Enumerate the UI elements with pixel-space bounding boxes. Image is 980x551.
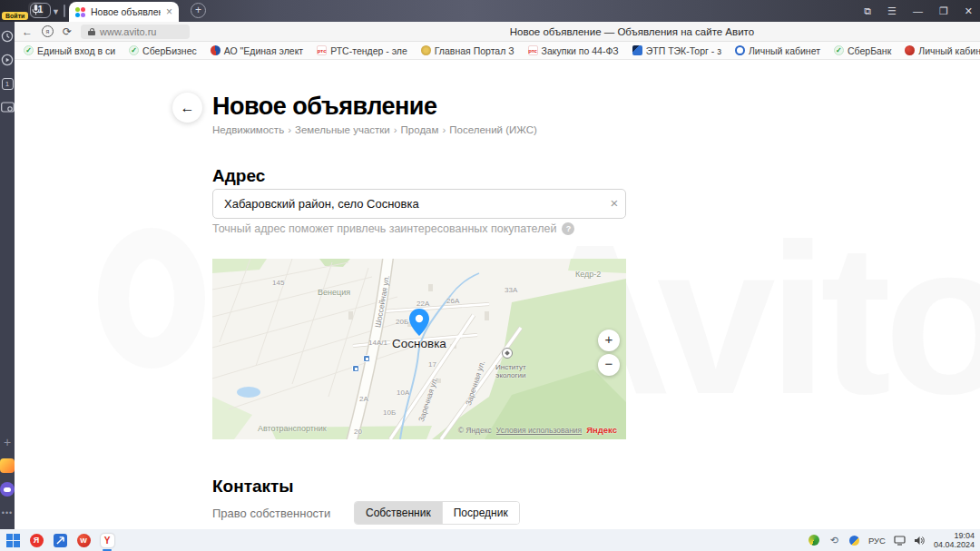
speaker-icon[interactable] (914, 535, 926, 546)
site-icon (735, 45, 745, 55)
map-zoom-in-button[interactable]: + (598, 330, 620, 351)
tray-sber-icon[interactable] (808, 535, 820, 546)
map-label: 26А (446, 297, 459, 305)
maximize-button[interactable]: ❐ (939, 5, 948, 17)
bookmarks-bar: ✓Единый вход в си ✓СберБизнес АО "Единая… (15, 42, 980, 60)
check-icon: ✓ (834, 45, 844, 55)
bookmark-item[interactable]: ртсРТС-тендер - эле (317, 45, 407, 56)
yandex-mail-icon[interactable] (0, 458, 15, 473)
start-button[interactable] (5, 533, 20, 547)
yandex-app-icon[interactable]: Я (29, 533, 44, 547)
window-controls: ⧉ ☰ — ❐ ✕ (864, 0, 973, 22)
watermark-ring (98, 228, 205, 369)
sidebar-add-icon[interactable]: + (0, 435, 15, 449)
back-icon[interactable]: ← (22, 25, 33, 38)
login-badge[interactable]: Войти (2, 12, 28, 20)
bus-stop-icon (363, 355, 370, 362)
map-label: 10А (397, 389, 409, 397)
taskbar-clock[interactable]: 19:04 04.04.2024 (934, 531, 975, 550)
minimize-button[interactable]: — (913, 5, 923, 16)
help-icon[interactable]: ? (562, 222, 574, 235)
tab-separator (64, 5, 65, 17)
history-icon[interactable] (0, 29, 15, 44)
site-icon (211, 45, 220, 55)
site-icon (632, 45, 642, 55)
profile-icon[interactable]: я (42, 25, 54, 37)
windows-taskbar: Я W Y ⟲ РУС 19:04 04.04.2024 (0, 529, 980, 551)
remote-app-icon[interactable] (53, 533, 67, 547)
map-label: Венеция (318, 288, 350, 297)
bookmark-item[interactable]: Личный кабинет (735, 45, 820, 56)
bookmark-item[interactable]: ✓СберБанк (834, 45, 891, 56)
tray-app-icon[interactable] (848, 535, 860, 546)
bookmark-item[interactable]: ртсЗакупки по 44-ФЗ (528, 45, 619, 56)
wildberries-app-icon[interactable]: W (76, 533, 91, 547)
map-copyright: © Яндекс (458, 426, 492, 435)
institute-poi-icon (502, 348, 513, 359)
screenshot-icon[interactable] (0, 100, 15, 114)
page-content: Avito ← Новое объявление Недвижимость›Зе… (15, 60, 980, 529)
chevron-down-icon[interactable]: ▼ (52, 7, 60, 16)
map-label: Автотранспортник (258, 424, 327, 433)
tabs-panel-icon[interactable]: 1 (0, 76, 15, 91)
tab-close-icon[interactable]: × (166, 6, 172, 17)
refresh-icon[interactable]: ⟳ (63, 25, 72, 38)
sidebar-more-icon[interactable]: ••• (0, 506, 15, 520)
tray-sync-icon[interactable]: ⟲ (828, 535, 840, 546)
ownership-toggle: Собственник Посредник (354, 501, 520, 525)
bookmark-item[interactable]: ЭТП ТЭК-Торг - з (632, 45, 721, 56)
map-terms-link[interactable]: Условия использования (496, 426, 582, 435)
bookmark-item[interactable]: ✓Единый вход в си (24, 45, 115, 56)
bookmark-item[interactable]: Личный кабинет (905, 45, 980, 56)
address-hint: Точный адрес поможет привлечь заинтересо… (212, 222, 574, 235)
page-window-title: Новое объявление — Объявления на сайте А… (510, 26, 754, 37)
page-back-button[interactable]: ← (172, 93, 202, 123)
browser-sidebar: 1 + ••• (0, 22, 15, 529)
address-heading: Адрес (212, 166, 265, 186)
bus-stop-icon (352, 365, 359, 372)
map-label: 2А (359, 395, 368, 403)
close-button[interactable]: ✕ (965, 5, 973, 17)
bookmark-item[interactable]: ✓СберБизнес (129, 45, 197, 56)
map[interactable]: 145 Венеция Шоссейная ул. 22А 26А 20Б 33… (212, 259, 626, 439)
player-icon[interactable] (0, 53, 15, 67)
map-label: 33А (505, 286, 517, 294)
map-label: 14А/1 (368, 339, 387, 347)
map-zoom-out-button[interactable]: − (598, 354, 620, 376)
site-icon (905, 45, 915, 55)
screen: Войти 1 ▼ Новое объявление — × + ⧉ ☰ — ❐… (0, 0, 980, 551)
map-label: 22А (416, 300, 429, 308)
active-tab[interactable]: Новое объявление — × (69, 2, 179, 22)
yandex-disk-icon[interactable] (0, 482, 15, 497)
map-label: 10Б (383, 408, 396, 417)
browser-menu-icon[interactable]: ☰ (887, 5, 897, 17)
tab-title: Новое объявление — (91, 6, 161, 17)
ownership-label: Право собственности (212, 507, 330, 520)
network-icon[interactable] (894, 535, 906, 546)
map-label: 20 (354, 428, 362, 436)
owner-option[interactable]: Собственник (355, 502, 442, 524)
agent-option[interactable]: Посредник (442, 502, 519, 524)
map-label: 17 (428, 360, 436, 369)
contacts-heading: Контакты (212, 477, 294, 497)
side-panel-icon[interactable]: ⧉ (864, 5, 871, 17)
tab-counter-button[interactable]: 1 (30, 3, 51, 18)
map-pin[interactable] (409, 309, 429, 339)
rts-icon: ртс (317, 45, 327, 55)
address-bar[interactable]: www.avito.ru (81, 25, 190, 39)
rts-icon: ртс (528, 45, 538, 55)
page-title: Новое объявление (212, 93, 436, 121)
bookmark-item[interactable]: Главная Портал З (421, 45, 514, 56)
yandex-browser-app-icon[interactable]: Y (100, 533, 114, 547)
clear-input-icon[interactable]: × (606, 195, 622, 212)
browser-toolbar: ← я ⟳ www.avito.ru Новое объявление — Об… (15, 22, 980, 42)
url-text: www.avito.ru (100, 26, 156, 37)
lock-icon (88, 28, 95, 35)
breadcrumb: Недвижимость›Земельные участки›Продам›По… (212, 124, 537, 135)
map-label: 145 (272, 279, 284, 287)
new-tab-button[interactable]: + (191, 3, 206, 18)
bookmark-item[interactable]: АО "Единая элект (211, 45, 303, 56)
yandex-logo[interactable]: Яндекс (586, 425, 617, 435)
address-input[interactable] (212, 189, 626, 219)
language-indicator[interactable]: РУС (868, 536, 886, 546)
